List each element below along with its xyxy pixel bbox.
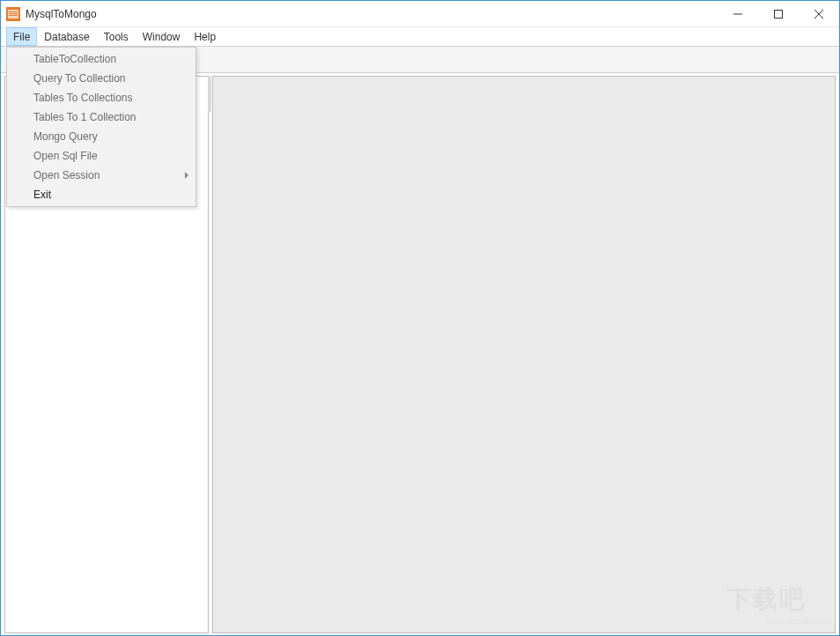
menu-database[interactable]: Database: [37, 27, 96, 46]
scrollbar-thumb[interactable]: [208, 77, 211, 112]
app-icon: [6, 7, 20, 21]
maximize-button[interactable]: [758, 1, 799, 26]
titlebar: MysqlToMongo: [1, 1, 839, 27]
chevron-right-icon: [185, 172, 188, 179]
menu-window[interactable]: Window: [136, 27, 188, 46]
svg-rect-4: [9, 15, 18, 16]
window-title: MysqlToMongo: [26, 8, 718, 20]
menu-file[interactable]: File: [6, 27, 37, 46]
menu-tools[interactable]: Tools: [97, 27, 136, 46]
menu-open-sql-file[interactable]: Open Sql File: [9, 146, 194, 166]
menu-tables-to-1-collection[interactable]: Tables To 1 Collection: [9, 107, 194, 127]
menu-exit[interactable]: Exit: [9, 185, 194, 204]
right-panel: [212, 76, 836, 633]
svg-rect-6: [775, 10, 783, 18]
menu-help[interactable]: Help: [187, 27, 223, 46]
menu-open-session[interactable]: Open Session: [9, 166, 194, 185]
menu-query-to-collection[interactable]: Query To Collection: [9, 69, 194, 88]
svg-rect-3: [9, 13, 18, 14]
file-dropdown: TableToCollection Query To Collection Ta…: [6, 47, 196, 207]
menubar: File Database Tools Window Help: [1, 27, 839, 47]
svg-rect-2: [9, 11, 18, 12]
menu-mongo-query[interactable]: Mongo Query: [9, 127, 194, 146]
close-button[interactable]: [799, 1, 839, 26]
minimize-button[interactable]: [718, 1, 758, 26]
menu-tables-to-collections[interactable]: Tables To Collections: [9, 88, 194, 107]
menu-table-to-collection[interactable]: TableToCollection: [9, 49, 194, 69]
window-controls: [718, 1, 839, 26]
